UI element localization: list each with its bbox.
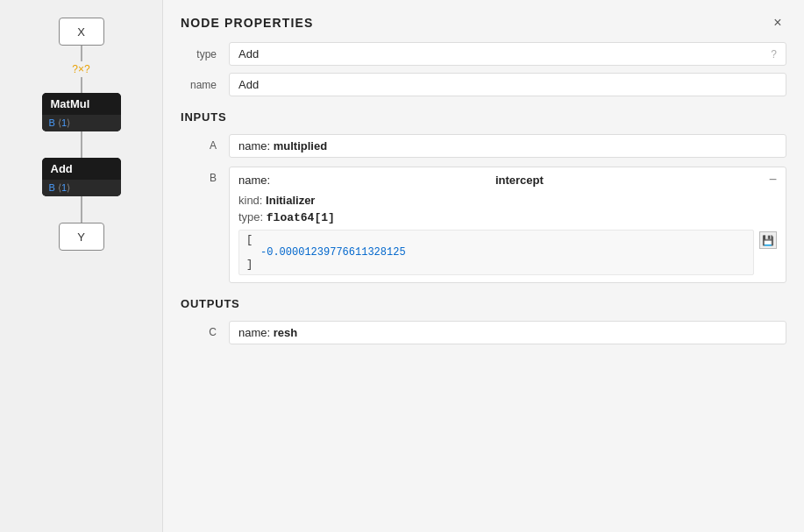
type-row: type Add ?: [181, 42, 786, 66]
input-b-value-box: name: intercept − kind: Initializer type…: [229, 167, 786, 283]
input-b-type-label: type:: [238, 210, 267, 223]
y-node-label: Y: [77, 231, 85, 244]
array-open: [: [246, 234, 253, 246]
input-b-name-value: intercept: [495, 174, 544, 187]
save-icon-glyph: 💾: [762, 235, 774, 246]
inputs-header: INPUTS: [181, 110, 786, 124]
input-b-minus-button[interactable]: −: [769, 172, 777, 188]
output-c-name-prefix: name:: [238, 326, 274, 339]
connector-label-1: ?×?: [72, 61, 89, 77]
add-node[interactable]: Add B ⟨1⟩: [42, 158, 121, 196]
matmul-node-footer: B ⟨1⟩: [42, 115, 121, 131]
output-c-value-box: name: resh: [229, 321, 786, 344]
output-c-name-value: resh: [274, 326, 297, 339]
add-node-title: Add: [42, 158, 121, 180]
name-value-box[interactable]: Add: [229, 73, 786, 96]
array-content: [ -0.000012397766113281​25 ]: [246, 234, 746, 271]
x-node[interactable]: X: [59, 18, 104, 46]
input-a-name-prefix: name:: [238, 139, 274, 153]
input-a-label: A: [181, 134, 229, 158]
connector-line-2: [81, 77, 82, 93]
close-button[interactable]: ×: [769, 14, 786, 32]
save-icon-button[interactable]: 💾: [759, 231, 777, 249]
input-b-name-row: name: intercept −: [230, 167, 786, 192]
type-help-icon[interactable]: ?: [771, 48, 777, 60]
input-b-kind-label: kind:: [238, 194, 266, 207]
name-label: name: [181, 79, 229, 91]
input-b-name-prefix: name:: [238, 174, 270, 187]
matmul-node[interactable]: MatMul B ⟨1⟩: [42, 93, 121, 131]
array-container: [ -0.000012397766113281​25 ] 💾: [238, 230, 777, 275]
properties-content: type Add ? name Add INPUTS A name: multi…: [163, 42, 804, 371]
input-b-type-value: float64[1]: [267, 211, 335, 224]
input-b-kind-value: Initializer: [266, 194, 315, 207]
panel-header: NODE PROPERTIES ×: [163, 0, 804, 42]
input-b-kind-row: kind: Initializer: [230, 192, 786, 209]
outputs-header: OUTPUTS: [181, 297, 786, 310]
panel-title: NODE PROPERTIES: [181, 16, 313, 30]
input-b-label: B: [181, 167, 229, 283]
array-close: ]: [246, 259, 253, 271]
x-node-label: X: [77, 25, 85, 39]
input-b-type-row: type: float64[1]: [230, 209, 786, 226]
input-a-name-value: multiplied: [274, 139, 327, 153]
input-a-value-box: name: multiplied: [229, 134, 786, 158]
y-node[interactable]: Y: [59, 223, 104, 251]
array-number: -0.000012397766113281​25: [246, 246, 746, 259]
output-c-label: C: [181, 321, 229, 344]
name-value: Add: [238, 78, 259, 91]
properties-panel: NODE PROPERTIES × type Add ? name Add IN…: [162, 0, 804, 532]
connector-line-3: [81, 131, 82, 158]
connector-line-4: [81, 196, 82, 223]
input-b-section: B name: intercept − kind: Initializer ty…: [181, 167, 786, 283]
type-value: Add: [238, 47, 259, 60]
array-value-box: [ -0.000012397766113281​25 ]: [238, 230, 754, 275]
output-c-section: C name: resh: [181, 321, 786, 344]
type-label: type: [181, 48, 229, 60]
input-a-section: A name: multiplied: [181, 134, 786, 158]
graph-panel: X ?×? MatMul B ⟨1⟩ Add B ⟨1⟩ Y: [0, 0, 162, 532]
matmul-node-title: MatMul: [42, 93, 121, 115]
name-row: name Add: [181, 73, 786, 96]
add-node-footer: B ⟨1⟩: [42, 180, 121, 196]
type-value-box: Add ?: [229, 42, 786, 66]
connector-line-1: [81, 46, 82, 61]
